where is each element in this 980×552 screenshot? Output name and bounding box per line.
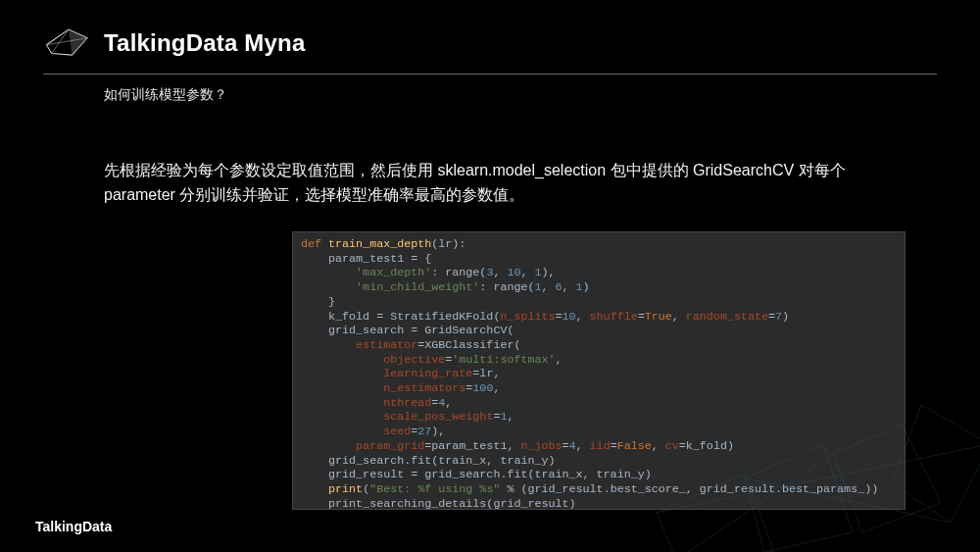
divider <box>43 74 937 75</box>
slide-title: TalkingData Myna <box>104 29 305 57</box>
footer-brand: TalkingData <box>35 519 112 534</box>
logo-icon <box>43 25 94 61</box>
slide-description: 先根据经验为每个参数设定取值范围，然后使用 sklearn.model_sele… <box>104 159 909 208</box>
slide-subtitle: 如何训练模型参数？ <box>104 86 227 104</box>
code-snippet: def train_max_depth(lr): param_test1 = {… <box>292 231 906 510</box>
